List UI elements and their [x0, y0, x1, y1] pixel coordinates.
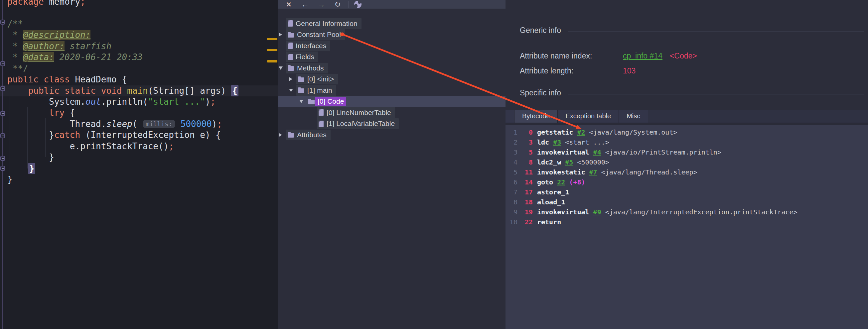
bytecode-instruction: invokevirtual #4 <java/io/PrintStream.pr… [537, 147, 721, 157]
fold-marker-icon[interactable] [0, 133, 5, 138]
tree-row-general-information[interactable]: General Information [278, 18, 505, 29]
chevron-down-icon [299, 100, 303, 103]
constant-pool-link[interactable]: #7 [589, 168, 597, 176]
constant-pool-link[interactable]: #5 [565, 158, 573, 166]
expand-arrow-icon[interactable] [279, 33, 286, 37]
code-line[interactable]: try { [0, 107, 278, 118]
fold-marker-icon[interactable] [0, 20, 5, 25]
code-segment: .println( [101, 97, 148, 107]
tree-row--1-localvariabletable[interactable]: [1] LocalVariableTable [278, 118, 505, 130]
code-line[interactable]: e.printStackTrace(); [0, 141, 278, 152]
code-line[interactable]: **/ [0, 63, 278, 74]
generic-info-title: Generic info [520, 26, 561, 35]
tab-bar-gap [505, 123, 868, 125]
expand-arrow-icon[interactable] [299, 100, 307, 103]
bytecode-line-number: 2 [505, 137, 518, 147]
tab-bytecode[interactable]: Bytecode [515, 110, 558, 123]
constant-pool-link[interactable]: #2 [577, 128, 585, 136]
code-line[interactable]: Thread.sleep( millis: 500000); [0, 119, 278, 130]
info-row: Attribute name index:cp_info #14<Code> [520, 48, 697, 63]
bytecode-instruction: invokevirtual #9 <java/lang/InterruptedE… [537, 207, 798, 217]
fold-marker-icon[interactable] [0, 156, 5, 161]
code-line[interactable]: public class HeadDemo { [0, 74, 278, 85]
expand-arrow-icon[interactable] [279, 66, 286, 70]
globe-icon[interactable] [354, 1, 362, 8]
bytecode-offset: 18 [518, 197, 533, 207]
close-icon[interactable]: × [282, 0, 295, 10]
fold-marker-icon[interactable] [0, 166, 5, 171]
code-segment: ; [217, 119, 222, 129]
code-line[interactable]: package memory; [0, 0, 278, 7]
code-line[interactable]: }catch (InterruptedException e) { [0, 130, 278, 140]
bytecode-offset: 17 [518, 187, 533, 197]
forward-icon[interactable]: → [315, 0, 328, 9]
code-line[interactable]: } [0, 174, 278, 185]
bytecode-line-number: 1 [505, 127, 518, 137]
tree-row-methods[interactable]: Methods [278, 63, 505, 74]
bytecode-row: 1022return [505, 217, 868, 227]
code-line[interactable]: * @data: 2020-06-21 20:33 [0, 52, 278, 63]
tab-exception-table[interactable]: Exception table [558, 110, 619, 123]
bytecode-line-number: 7 [505, 187, 518, 197]
expand-arrow-icon[interactable] [289, 89, 296, 92]
back-icon[interactable]: ← [298, 0, 312, 9]
tree-row--0-init-[interactable]: [0] <init> [278, 74, 505, 85]
chevron-right-icon [279, 33, 282, 37]
code-editor[interactable]: package memory;/** * @description: * @au… [0, 0, 278, 329]
fold-marker-icon[interactable] [0, 86, 5, 91]
tree-row-constant-pool[interactable]: Constant Pool [278, 29, 505, 40]
expand-arrow-icon[interactable] [279, 133, 286, 137]
tab-misc[interactable]: Misc [619, 110, 648, 123]
expand-arrow-icon[interactable] [289, 77, 296, 81]
warning-stripe-mark[interactable] [267, 49, 277, 51]
code-segment: try [49, 108, 64, 118]
tree-row--0-code[interactable]: [0] Code [278, 96, 505, 107]
code-segment: memory [44, 0, 81, 7]
constant-pool-link[interactable]: #3 [553, 138, 561, 146]
tree-row--1-main[interactable]: [1] main [278, 85, 505, 96]
bytecode-instruction: getstatic #2 <java/lang/System.out> [537, 127, 677, 137]
bytecode-line-number: 8 [505, 197, 518, 207]
tree-row-box: Constant Pool [286, 29, 345, 40]
code-line[interactable] [0, 7, 278, 18]
info-extra-value: <Code> [670, 52, 697, 61]
code-line[interactable]: /** [0, 19, 278, 30]
code-line[interactable]: System.out.println("start ..."); [0, 96, 278, 107]
tree-item-label: [1] LocalVariableTable [327, 120, 395, 128]
refresh-icon[interactable]: ↻ [331, 0, 344, 9]
constant-pool-link[interactable]: #9 [593, 208, 601, 216]
code-line[interactable]: * @description: [0, 30, 278, 40]
class-structure-tree: General InformationConstant PoolInterfac… [278, 18, 505, 140]
constant-pool-link[interactable]: cp_info #14 [623, 52, 662, 61]
code-line[interactable]: public static void main(String[] args) { [0, 86, 278, 96]
warning-stripe-mark[interactable] [267, 38, 277, 40]
tree-row--0-linenumbertable[interactable]: [0] LineNumberTable [278, 107, 505, 118]
code-line[interactable]: } [0, 152, 278, 163]
warning-stripe-mark[interactable] [267, 60, 277, 63]
bytecode-instruction: ldc #3 <start ...> [537, 137, 609, 147]
tree-row-fields[interactable]: Fields [278, 52, 505, 63]
code-line[interactable]: * @author: starfish [0, 41, 278, 52]
tree-row-attributes[interactable]: Attributes [278, 129, 505, 140]
bytecode-operand-detail: <java/lang/InterruptedException.printSta… [601, 208, 798, 216]
fold-marker-icon[interactable] [0, 61, 5, 66]
code-segment: (String[] args) [148, 86, 231, 96]
code-segment [175, 119, 181, 129]
bytecode-row: 818aload_1 [505, 197, 868, 207]
bytecode-mnemonic: astore_1 [537, 188, 569, 196]
chevron-right-icon [289, 77, 292, 81]
folder-icon [298, 77, 304, 82]
tree-row-box: [1] LocalVariableTable [317, 118, 399, 129]
code-line[interactable]: } [0, 163, 278, 174]
tree-row-box: Fields [286, 52, 318, 62]
constant-pool-link[interactable]: #4 [593, 148, 601, 156]
tree-row-interfaces[interactable]: Interfaces [278, 40, 505, 52]
info-row: Attribute length:103 [520, 63, 697, 78]
code-segment: public class [7, 74, 70, 85]
code-segment: @author: [23, 41, 64, 51]
bytecode-pane[interactable]: 10getstatic #2 <java/lang/System.out>23l… [505, 125, 868, 329]
constant-pool-link[interactable]: 22 [557, 178, 565, 186]
bytecode-operand-detail: <java/lang/Thread.sleep> [597, 168, 698, 176]
fold-marker-icon[interactable] [0, 111, 5, 116]
tree-row-box: Interfaces [286, 40, 330, 51]
